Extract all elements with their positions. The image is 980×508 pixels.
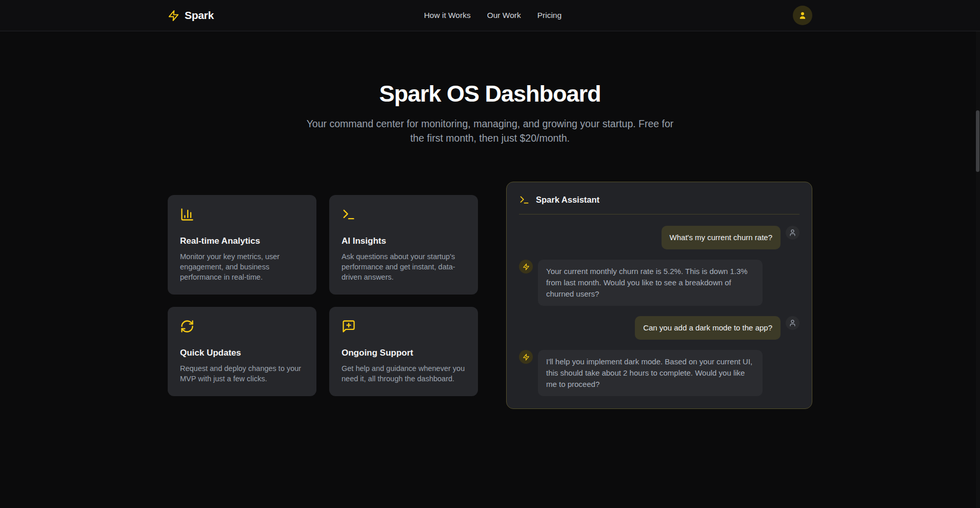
scrollbar-thumb[interactable]	[976, 110, 979, 172]
scrollbar-track[interactable]	[976, 0, 980, 508]
nav-link-pricing[interactable]: Pricing	[537, 11, 562, 20]
chat-message-user: What's my current churn rate?	[519, 226, 799, 249]
user-icon	[789, 229, 796, 237]
refresh-icon	[180, 319, 304, 336]
user-icon	[797, 10, 808, 21]
feature-card-ai-insights[interactable]: AI Insights Ask questions about your sta…	[329, 195, 478, 295]
assistant-title: Spark Assistant	[536, 195, 599, 205]
zap-icon	[523, 263, 530, 270]
page-subtitle: Your command center for monitoring, mana…	[303, 116, 677, 145]
account-avatar-button[interactable]	[793, 6, 812, 25]
message-square-plus-icon	[342, 319, 466, 336]
feature-title: Ongoing Support	[342, 348, 466, 358]
user-avatar	[786, 226, 799, 240]
user-icon	[789, 319, 796, 327]
user-message-bubble: Can you add a dark mode to the app?	[635, 316, 781, 340]
feature-title: Quick Updates	[180, 348, 304, 358]
brand-logo[interactable]: Spark	[168, 9, 214, 22]
assistant-header: Spark Assistant	[519, 194, 799, 214]
zap-icon	[523, 354, 530, 361]
chat-message-assistant: Your current monthly churn rate is 5.2%.…	[519, 260, 799, 306]
nav-links: How it Works Our Work Pricing	[424, 11, 562, 20]
assistant-panel: Spark Assistant What's my current churn …	[506, 182, 812, 409]
assistant-avatar	[519, 260, 533, 273]
chat-message-user: Can you add a dark mode to the app?	[519, 316, 799, 340]
feature-card-quick-updates[interactable]: Quick Updates Request and deploy changes…	[168, 307, 316, 396]
feature-description: Request and deploy changes to your MVP w…	[180, 363, 304, 384]
feature-description: Monitor your key metrics, user engagemen…	[180, 251, 304, 282]
feature-description: Ask questions about your startup's perfo…	[342, 251, 466, 282]
nav-link-how-it-works[interactable]: How it Works	[424, 11, 471, 20]
user-avatar	[786, 316, 799, 330]
feature-card-realtime-analytics[interactable]: Real-time Analytics Monitor your key met…	[168, 195, 316, 295]
feature-description: Get help and guidance whenever you need …	[342, 363, 466, 384]
user-message-bubble: What's my current churn rate?	[662, 226, 781, 249]
hero-section: Spark OS Dashboard Your command center f…	[0, 31, 980, 145]
features-grid: Real-time Analytics Monitor your key met…	[168, 195, 478, 396]
navbar-inner: Spark How it Works Our Work Pricing	[168, 0, 812, 31]
navbar: Spark How it Works Our Work Pricing	[0, 0, 980, 31]
chat-message-assistant: I'll help you implement dark mode. Based…	[519, 350, 799, 396]
page-title: Spark OS Dashboard	[0, 81, 980, 107]
nav-link-our-work[interactable]: Our Work	[487, 11, 521, 20]
chat-messages: What's my current churn rate? Your curre…	[519, 226, 799, 396]
assistant-message-bubble: Your current monthly churn rate is 5.2%.…	[538, 260, 763, 306]
main-content: Real-time Analytics Monitor your key met…	[168, 182, 812, 409]
page: Spark How it Works Our Work Pricing Spar…	[0, 0, 980, 508]
feature-title: Real-time Analytics	[180, 236, 304, 246]
assistant-message-bubble: I'll help you implement dark mode. Based…	[538, 350, 763, 396]
terminal-icon	[342, 207, 466, 224]
terminal-icon	[519, 194, 530, 205]
brand-name: Spark	[185, 9, 214, 22]
assistant-avatar	[519, 350, 533, 364]
feature-title: AI Insights	[342, 236, 466, 246]
zap-icon	[168, 10, 179, 22]
feature-card-ongoing-support[interactable]: Ongoing Support Get help and guidance wh…	[329, 307, 478, 396]
bar-chart-icon	[180, 207, 304, 224]
